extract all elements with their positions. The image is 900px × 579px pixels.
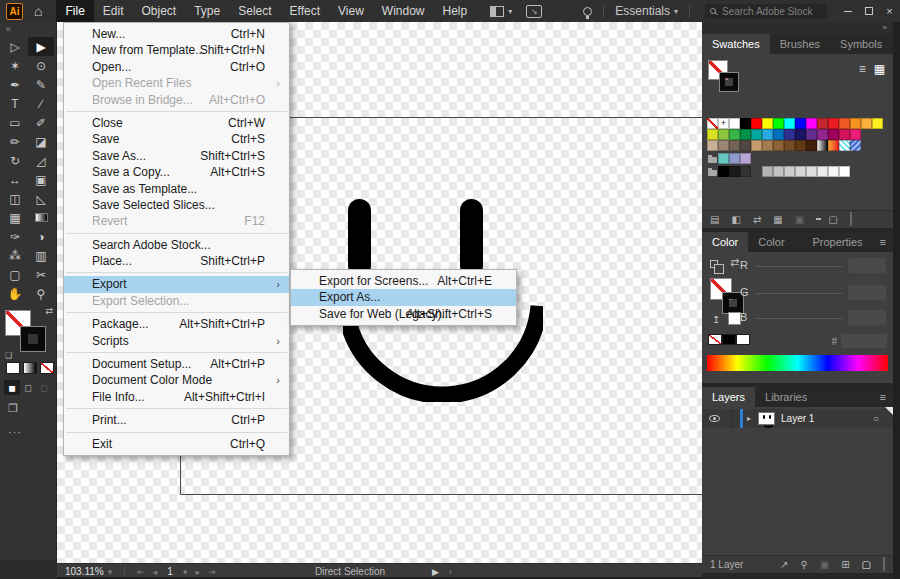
file-menu-item-file-info[interactable]: File Info...Alt+Shift+Ctrl+I xyxy=(64,389,289,405)
file-menu-item-document-color-mode[interactable]: Document Color Mode› xyxy=(64,372,289,388)
blend-tool[interactable]: ◑ xyxy=(28,227,54,246)
artboard-number[interactable]: 1 xyxy=(167,566,173,577)
last-artboard-icon[interactable]: ⇥ xyxy=(208,567,216,577)
swatch-9e005d[interactable] xyxy=(828,129,839,140)
swatch-options-icon[interactable]: ⇄ xyxy=(753,211,761,229)
swatch-333333[interactable] xyxy=(740,166,751,177)
swatch-c7b299[interactable] xyxy=(707,140,718,151)
new-layer-icon[interactable]: ▢ xyxy=(862,556,871,574)
file-menu-item-exit[interactable]: ExitCtrl+Q xyxy=(64,436,289,452)
swatch-ed1e79[interactable] xyxy=(850,129,861,140)
swatch-folder[interactable] xyxy=(707,153,718,164)
shaper-tool[interactable]: ✏ xyxy=(2,132,28,151)
swatch-0000ff[interactable] xyxy=(795,118,806,129)
file-menu-item-new[interactable]: New...Ctrl+N xyxy=(64,26,289,42)
swatch-cccccc[interactable] xyxy=(784,166,795,177)
eyedropper-tool[interactable]: ✑ xyxy=(2,227,28,246)
file-menu-item-save-as-template[interactable]: Save as Template... xyxy=(64,181,289,197)
swatch-a67c52[interactable] xyxy=(762,140,773,151)
tab-color-guide[interactable]: Color Guide xyxy=(748,232,802,252)
pen-tool[interactable]: ✒ xyxy=(2,75,28,94)
home-icon[interactable]: ⌂ xyxy=(34,0,42,22)
swatch-f15a24[interactable] xyxy=(839,118,850,129)
black-swatch[interactable] xyxy=(722,334,736,345)
swatch-00ffff[interactable] xyxy=(784,118,795,129)
swatch-736357[interactable] xyxy=(729,140,740,151)
more-tools-icon[interactable]: ··· xyxy=(8,426,22,438)
stroke-swatch-black[interactable] xyxy=(720,73,738,91)
swatch-fbb03b[interactable] xyxy=(861,118,872,129)
swatch-f5f5f5[interactable] xyxy=(828,166,839,177)
swap-fill-stroke-icon[interactable]: ⇄ xyxy=(730,256,739,269)
perspective-grid-tool[interactable]: ◺ xyxy=(28,189,54,208)
swatch-none[interactable] xyxy=(707,118,718,129)
swatch-1a1a1a[interactable] xyxy=(729,166,740,177)
artboard-tool[interactable]: ▢ xyxy=(2,265,28,284)
scale-tool[interactable]: ◿ xyxy=(28,151,54,170)
column-graph-tool[interactable]: ▥ xyxy=(28,246,54,265)
maximize-button[interactable] xyxy=(858,0,879,22)
file-menu-item-close[interactable]: CloseCtrl+W xyxy=(64,115,289,131)
artboard-dropdown-icon[interactable]: ▾ xyxy=(183,567,188,577)
swatch-8c6239[interactable] xyxy=(773,140,784,151)
tab-symbols[interactable]: Symbols xyxy=(830,34,892,54)
swatch-c1272d[interactable] xyxy=(817,118,828,129)
curvature-tool[interactable]: ✎ xyxy=(28,75,54,94)
hex-value-field[interactable] xyxy=(841,334,887,348)
swatch-603913[interactable] xyxy=(795,140,806,151)
color-panel-menu-icon[interactable]: ≡ xyxy=(873,232,893,252)
swatch-libraries-icon[interactable]: ▤ xyxy=(710,211,719,229)
swatch-8cc63f[interactable] xyxy=(718,129,729,140)
swatch-reg[interactable]: + xyxy=(718,118,729,129)
expand-layer-icon[interactable]: ▸ xyxy=(747,414,751,423)
menubar-item-type[interactable]: Type xyxy=(185,0,229,22)
color-spectrum-bar[interactable] xyxy=(707,355,888,371)
collapse-toolbar-icon[interactable]: « xyxy=(0,22,56,34)
file-menu-item-export[interactable]: Export› xyxy=(64,276,289,292)
swatch-2e3192[interactable] xyxy=(784,129,795,140)
swatch-93278f[interactable] xyxy=(817,129,828,140)
green-value-field[interactable] xyxy=(848,285,886,300)
swatch-29abe2[interactable] xyxy=(762,129,773,140)
grid-view-icon[interactable]: ▦ xyxy=(874,62,885,76)
swatch-d4145a[interactable] xyxy=(839,129,850,140)
mesh-tool[interactable]: ▦ xyxy=(2,208,28,227)
free-transform-tool[interactable]: ▣ xyxy=(28,170,54,189)
swatch-000000[interactable] xyxy=(740,118,751,129)
status-options-icon[interactable]: ▶ xyxy=(432,567,439,577)
discover-lightbulb-icon[interactable] xyxy=(583,7,592,16)
last-color-swatch[interactable] xyxy=(728,312,741,325)
swatch-009245[interactable] xyxy=(740,129,751,140)
swatch-grad-or[interactable] xyxy=(828,140,839,151)
swatch-534741[interactable] xyxy=(740,140,751,151)
gradient-tool[interactable] xyxy=(28,208,54,227)
layer-row[interactable]: ▸ Layer 1 ○ xyxy=(702,409,893,428)
minimize-button[interactable] xyxy=(837,0,858,22)
file-menu-item-place[interactable]: Place...Shift+Ctrl+P xyxy=(64,253,289,269)
swatch-d9e021[interactable] xyxy=(707,129,718,140)
file-menu-item-save-a-copy[interactable]: Save a Copy...Alt+Ctrl+S xyxy=(64,164,289,180)
type-tool[interactable]: T xyxy=(2,94,28,113)
workspace-switcher[interactable]: Essentials xyxy=(615,4,670,18)
export-submenu-item-save-for-web-legacy[interactable]: Save for Web (Legacy)...Alt+Shift+Ctrl+S xyxy=(291,306,516,322)
layers-panel-menu-icon[interactable]: ≡ xyxy=(873,387,893,407)
swatch-00a99d[interactable] xyxy=(751,129,762,140)
menubar-item-effect[interactable]: Effect xyxy=(281,0,329,22)
magic-wand-tool[interactable]: ✶ xyxy=(2,56,28,75)
fill-stroke-indicator[interactable]: ⇄ ❏ xyxy=(5,310,53,356)
draw-inside-icon[interactable]: ◻ xyxy=(36,380,52,395)
file-menu-item-search-adobe-stock[interactable]: Search Adobe Stock... xyxy=(64,237,289,253)
swatch-fcee21[interactable] xyxy=(872,118,883,129)
file-menu-item-new-from-template[interactable]: New from Template...Shift+Ctrl+N xyxy=(64,42,289,58)
previous-artboard-icon[interactable]: ◂ xyxy=(153,567,158,577)
menubar-item-select[interactable]: Select xyxy=(229,0,280,22)
arrange-documents-icon[interactable] xyxy=(490,6,504,17)
screen-mode-icon[interactable]: ❐ xyxy=(8,402,18,415)
file-menu-item-save-as[interactable]: Save As...Shift+Ctrl+S xyxy=(64,148,289,164)
status-collapse-icon[interactable]: ‹ xyxy=(449,567,452,577)
tab-properties[interactable]: Properties xyxy=(802,232,872,252)
color-button[interactable] xyxy=(6,362,20,374)
swatch-pat-bl[interactable] xyxy=(850,140,861,151)
app-logo-icon[interactable]: Ai xyxy=(6,3,23,20)
swatch-c2c2c2[interactable] xyxy=(773,166,784,177)
